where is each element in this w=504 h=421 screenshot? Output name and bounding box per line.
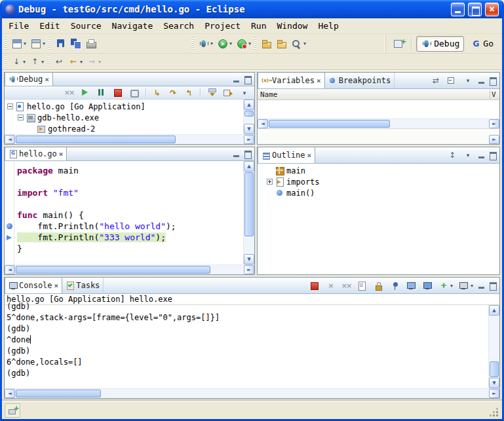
scroll-down-button[interactable] [489,378,499,388]
minimize-view-button[interactable] [476,151,486,160]
scroll-lock-button[interactable] [371,278,386,293]
debug-tree[interactable]: hello.go [Go Application]gdb-hello.exego… [5,100,243,134]
ruler-line[interactable] [5,243,14,254]
drop-to-frame-button[interactable] [204,87,220,99]
run-history-button[interactable]: ▾ [234,36,253,52]
view-menu-button[interactable]: ▾ [461,73,475,88]
new-wizard-button[interactable]: ▾ [9,36,28,52]
close-icon[interactable] [54,281,59,290]
debug-tree-item[interactable]: hello.go [Go Application] [5,101,243,112]
menu-window[interactable]: Window [271,18,313,33]
terminate-button[interactable] [110,87,125,99]
step-over-button[interactable]: ↷ [166,87,180,99]
menu-run[interactable]: Run [246,18,271,33]
clear-console-button[interactable] [355,278,370,293]
minimize-view-button[interactable] [231,75,241,84]
tab-variables[interactable]: Variables [258,73,325,88]
close-button[interactable] [485,3,499,16]
ruler-line[interactable] [5,187,14,198]
save-button[interactable] [53,36,68,52]
scroll-down-button[interactable] [244,124,254,134]
variables-column-header[interactable]: Name V [258,89,499,100]
toolbar-grip[interactable] [5,37,7,50]
search-button[interactable]: ▾ [289,36,308,52]
show-logical-button[interactable]: ⇄ [429,73,443,88]
ruler-line[interactable] [5,176,14,187]
show-stdout-button[interactable] [404,278,419,293]
maximize-button[interactable] [468,3,482,16]
back-button[interactable]: ←▾ [66,54,85,69]
print-button[interactable] [83,36,98,52]
tab-hello-go[interactable]: hello.go [5,147,67,160]
resume-button[interactable] [77,87,92,99]
outline-item[interactable]: main() [264,187,499,198]
close-icon[interactable] [317,76,321,85]
menu-help[interactable]: Help [313,18,343,33]
terminate-console-button[interactable] [307,278,322,293]
tab-debug[interactable]: Debug [5,73,53,86]
scroll-right-button[interactable] [244,135,254,144]
tree-expander-icon[interactable] [7,103,13,109]
sort-button[interactable]: ↕ [445,147,459,163]
scroll-left-button[interactable] [258,119,268,128]
debug-tree-item[interactable]: gdb-hello.exe [5,112,243,123]
editor-code-area[interactable]: package mainimport "fmt"func main() { fm… [14,161,243,265]
run-button[interactable]: ▾ [215,36,234,52]
outline-item[interactable]: main [264,165,499,176]
remove-launch-button[interactable]: × [323,278,338,293]
view-menu-button[interactable]: ▾ [237,87,252,99]
display-selected-button[interactable]: ▾ [456,278,475,293]
debug-vertical-scrollbar[interactable] [243,100,254,134]
open-console-button[interactable]: +▾ [436,278,455,293]
close-icon[interactable] [59,149,64,158]
ruler-line[interactable] [5,221,14,232]
editor-ruler[interactable] [5,161,14,265]
ruler-line[interactable] [5,165,14,176]
outline-item[interactable]: imports [264,176,499,187]
close-icon[interactable] [307,151,312,160]
tree-expander-icon[interactable] [18,115,24,120]
variables-content[interactable] [258,100,499,119]
step-return-button[interactable]: ↰ [182,87,196,99]
toolbar-grip[interactable] [5,55,7,68]
debug-tree-item[interactable]: gothread-2 [5,123,243,134]
new-menu-button[interactable]: ▾ [28,36,47,52]
menu-edit[interactable]: Edit [34,18,65,33]
editor-horizontal-scrollbar[interactable] [5,265,254,274]
scrollbar-thumb[interactable] [16,136,176,143]
tab-console[interactable]: Console [5,278,62,293]
fast-view-button[interactable] [5,403,20,418]
scrollbar-track[interactable] [244,172,254,254]
menu-search[interactable]: Search [158,18,199,33]
ruler-line[interactable] [5,232,14,243]
disconnect-button[interactable] [126,87,142,99]
maximize-view-button[interactable] [242,75,252,84]
suspend-button[interactable] [94,87,109,99]
minimize-view-button[interactable] [476,282,486,290]
editor-vertical-scrollbar[interactable] [243,161,254,265]
scroll-left-button[interactable] [5,135,15,144]
ruler-line[interactable] [5,198,14,210]
tab-tasks[interactable]: Tasks [62,278,104,293]
show-stderr-button[interactable] [420,278,435,293]
perspective-go-button[interactable]: GGo [466,36,498,52]
scrollbar-thumb[interactable] [16,390,101,397]
pin-console-button[interactable] [387,278,402,293]
scroll-right-button[interactable] [489,119,499,128]
resize-grip[interactable] [489,407,499,418]
scroll-down-button[interactable] [244,254,254,265]
menu-project[interactable]: Project [199,18,246,33]
close-icon[interactable] [45,75,49,84]
tab-breakpoints[interactable]: Breakpoints [325,73,395,88]
variables-horizontal-scrollbar[interactable] [258,119,499,128]
debug-horizontal-scrollbar[interactable] [5,134,254,144]
scrollbar-track[interactable] [15,135,244,144]
tree-expander-icon[interactable] [267,179,273,185]
scrollbar-thumb[interactable] [244,111,254,117]
toolbar-grip[interactable] [48,37,50,50]
open-resource-button[interactable] [259,36,274,52]
menu-source[interactable]: Source [66,18,107,33]
tab-outline[interactable]: Outline [258,147,315,163]
toolbar-grip[interactable] [254,37,256,50]
save-all-button[interactable] [68,36,83,52]
